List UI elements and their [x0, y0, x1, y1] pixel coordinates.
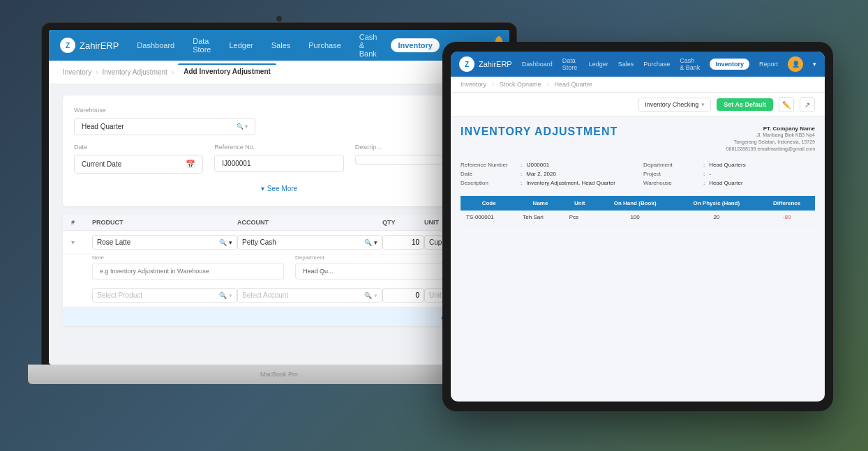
new-product-input[interactable]: Select Product 🔍 ▾ [92, 288, 237, 303]
breadcrumb-sep-1: › [96, 68, 98, 76]
see-more-button[interactable]: ▾ See More [74, 182, 484, 195]
table-row: TS-000001 Teh Sari Pcs 100 20 -80 [461, 211, 815, 224]
meta-project-value: - [709, 171, 711, 177]
form-section-main: Warehouse Head Quarter 🔍 ▾ Date Current … [63, 95, 495, 206]
row1-product-input[interactable]: Rose Latte 🔍 ▾ [92, 235, 237, 250]
meta-ref-row: Reference Number : IJ000001 [461, 162, 632, 168]
meta-desc-label: Description [461, 180, 516, 186]
tablet-frame: Z ZahirERP Dashboard Data Store Ledger S… [442, 42, 833, 411]
new-unit-placeholder: Unit [429, 291, 442, 299]
row1-unit-value: Cup [429, 238, 442, 246]
breadcrumb-add[interactable]: Add Inventory Adjustment [178, 63, 276, 78]
new-row-account-cell: Select Account 🔍 ▾ [237, 288, 382, 303]
warehouse-value: Head Quarter [82, 123, 124, 130]
meta-date-row: Date : Mar 2, 2020 [461, 171, 632, 177]
breadcrumb-inventory[interactable]: Inventory [63, 68, 91, 76]
company-info: PT. Company Name Jl. Maribang Blok KB3 N… [726, 125, 815, 152]
note-row: Note Department Head Qu... [63, 254, 495, 284]
note-col: Note [71, 254, 284, 280]
new-account-search-icon: 🔍 ▾ [364, 292, 377, 299]
meta-date-label: Date [461, 171, 516, 177]
laptop-camera [276, 16, 282, 22]
tablet-nav-datastore[interactable]: Data Store [562, 57, 579, 71]
tablet-nav-dashboard[interactable]: Dashboard [522, 61, 553, 68]
col-num: # [71, 219, 92, 226]
calendar-icon: 📅 [186, 160, 195, 169]
edit-icon-button[interactable]: ✏️ [779, 97, 794, 112]
tablet-avatar-dropdown-icon[interactable]: ▾ [813, 61, 816, 68]
note-input[interactable] [92, 263, 284, 280]
see-more-label: See More [267, 185, 297, 192]
date-label: Date [74, 144, 203, 151]
date-input[interactable]: Current Date 📅 [74, 155, 203, 174]
col-qty: QTY [382, 219, 424, 226]
ref-input[interactable]: IJ000001 [214, 155, 343, 172]
meta-date-value: Mar 2, 2020 [526, 171, 556, 177]
row1-account-value: Petty Cash [242, 238, 276, 246]
breadcrumb-adjustment[interactable]: Inventory Adjustment [102, 68, 167, 76]
ref-label: Reference No. [214, 144, 343, 151]
laptop-form-area: Warehouse Head Quarter 🔍 ▾ Date Current … [49, 84, 509, 337]
table-header: # PRODUCT ACCOUNT QTY UNIT [63, 215, 495, 231]
tablet-bc-hq[interactable]: Head Quarter [555, 81, 593, 88]
tablet-nav-sales[interactable]: Sales [618, 61, 634, 68]
set-default-button[interactable]: Set As Default [717, 98, 773, 111]
tablet-user-avatar[interactable]: 👤 [788, 56, 803, 72]
nav-inventory[interactable]: Inventory [391, 38, 440, 52]
tablet-bc-stockopname[interactable]: Stock Opname [500, 81, 541, 88]
add-new-line-button[interactable]: Add New Line [63, 307, 495, 326]
ref-value: IJ000001 [222, 160, 250, 167]
new-qty-input[interactable] [382, 288, 424, 303]
row1-account-input[interactable]: Petty Cash 🔍 ▾ [237, 235, 382, 250]
report-title: INVENTORY ADJUSTMENT [461, 125, 618, 138]
see-more-arrow: ▾ [261, 185, 264, 192]
new-product-search-icon: 🔍 ▾ [219, 292, 232, 299]
row-expand-icon[interactable]: ▾ [71, 238, 75, 246]
laptop-navbar: Z ZahirERP Dashboard Data Store Ledger S… [49, 30, 509, 61]
note-label: Note [92, 254, 284, 261]
tablet-nav-purchase[interactable]: Purchase [643, 61, 670, 68]
th-onhand: On Hand (Book) [596, 196, 674, 211]
nav-dashboard[interactable]: Dashboard [133, 38, 179, 52]
warehouse-label: Warehouse [74, 107, 484, 114]
tablet-device: Z ZahirERP Dashboard Data Store Ledger S… [442, 42, 833, 411]
nav-sales[interactable]: Sales [267, 38, 295, 52]
tablet-nav-cashbank[interactable]: Cash & Bank [680, 57, 700, 71]
new-row-product-cell: Select Product 🔍 ▾ [92, 288, 237, 303]
nav-ledger[interactable]: Ledger [225, 38, 257, 52]
nav-datastore[interactable]: Data Store [188, 34, 215, 56]
tablet-logo: Z ZahirERP [459, 56, 512, 72]
col-product: PRODUCT [92, 219, 237, 226]
meta-ref-label: Reference Number [461, 162, 516, 168]
date-col: Date Current Date 📅 [74, 144, 203, 174]
laptop-screen: Z ZahirERP Dashboard Data Store Ledger S… [49, 30, 509, 365]
warehouse-input[interactable]: Head Quarter 🔍 ▾ [74, 118, 255, 135]
col-account: ACCOUNT [237, 219, 382, 226]
meta-warehouse-label: Warehouse [643, 180, 699, 186]
table-row: ▾ Rose Latte 🔍 ▾ Petty Cash 🔍 ▾ [63, 231, 495, 254]
th-unit: Unit [564, 196, 596, 211]
inv-check-select[interactable]: Inventory Checking ▾ [638, 98, 711, 112]
inv-check-label: Inventory Checking [645, 101, 698, 108]
row1-account-cell: Petty Cash 🔍 ▾ [237, 235, 382, 250]
td-onhand: 100 [596, 211, 674, 224]
meta-warehouse-row: Warehouse : Head Quarter [643, 180, 815, 186]
td-name: Teh Sari [517, 211, 563, 224]
logo-icon: Z [60, 38, 75, 53]
inventory-data-table: Code Name Unit On Hand (Book) On Physic … [461, 196, 815, 224]
nav-cashbank[interactable]: Cash & Bank [355, 30, 382, 61]
row1-qty-input[interactable] [382, 235, 424, 250]
tablet-nav-report[interactable]: Report [759, 61, 778, 68]
tablet-report-area: INVENTORY ADJUSTMENT PT. Company Name Jl… [451, 117, 825, 233]
tablet-bc-inventory[interactable]: Inventory [461, 81, 486, 88]
laptop-breadcrumb: Inventory › Inventory Adjustment › Add I… [49, 61, 509, 84]
tablet-nav-ledger[interactable]: Ledger [589, 61, 608, 68]
tablet-nav-inventory[interactable]: Inventory [710, 59, 749, 70]
new-row-qty-cell [382, 288, 424, 303]
meta-grid: Reference Number : IJ000001 Department :… [461, 162, 815, 186]
tablet-nav-items: Dashboard Data Store Ledger Sales Purcha… [522, 57, 778, 71]
share-icon-button[interactable]: ↗ [800, 97, 815, 112]
th-code: Code [461, 196, 517, 211]
new-account-input[interactable]: Select Account 🔍 ▾ [237, 288, 382, 303]
nav-purchase[interactable]: Purchase [304, 38, 345, 52]
